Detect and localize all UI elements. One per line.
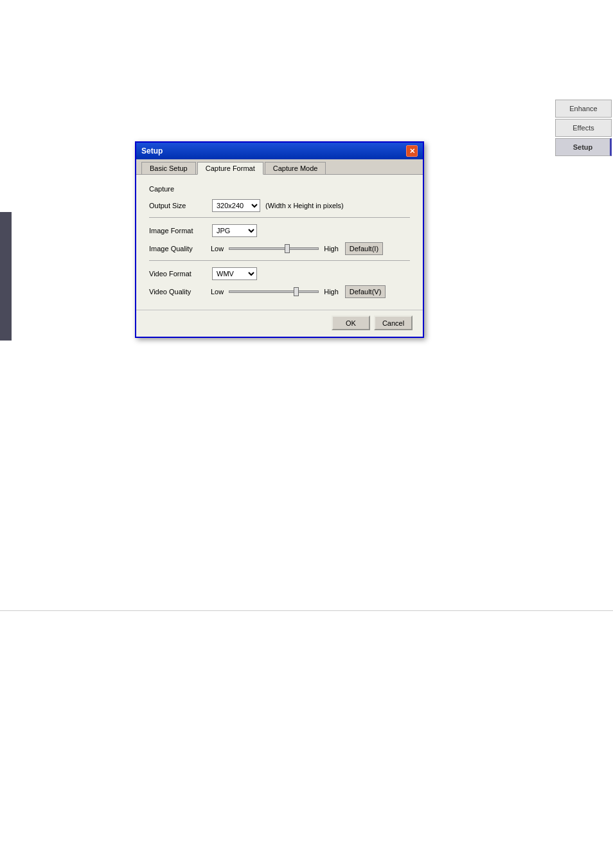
tab-capture-format-label: Capture Format (206, 164, 255, 172)
tab-capture-mode[interactable]: Capture Mode (265, 162, 326, 174)
left-sidebar-indicator (0, 212, 12, 341)
side-tabs: Enhance Effects Setup (555, 100, 613, 156)
video-format-select[interactable]: WMV AVI MP4 (212, 267, 257, 280)
video-quality-label: Video Quality (149, 288, 207, 296)
side-tab-setup-label: Setup (573, 143, 593, 151)
dialog-content: Capture Output Size 320x240 640x480 800x… (136, 175, 423, 310)
video-format-label: Video Format (149, 270, 207, 278)
image-quality-low: Low (211, 245, 224, 252)
tab-basic-setup-label: Basic Setup (150, 164, 188, 172)
image-quality-high: High (324, 245, 339, 252)
output-size-row: Output Size 320x240 640x480 800x600 1024… (149, 199, 410, 212)
image-quality-track[interactable] (229, 247, 319, 250)
output-size-label: Output Size (149, 202, 207, 209)
dialog-titlebar: Setup ✕ (136, 143, 423, 159)
side-tab-enhance[interactable]: Enhance (555, 100, 612, 118)
divider-1 (149, 217, 410, 218)
output-size-select[interactable]: 320x240 640x480 800x600 1024x768 (212, 199, 260, 212)
output-size-hint: (Width x Height in pixels) (265, 202, 344, 209)
video-quality-default-btn[interactable]: Default(V) (345, 285, 386, 298)
image-format-select[interactable]: JPG BMP PNG (212, 224, 257, 237)
side-tab-enhance-label: Enhance (569, 105, 597, 112)
image-quality-label: Image Quality (149, 245, 207, 252)
image-format-row: Image Format JPG BMP PNG (149, 224, 410, 237)
video-format-row: Video Format WMV AVI MP4 (149, 267, 410, 280)
side-tab-effects-label: Effects (573, 124, 594, 132)
tab-capture-mode-label: Capture Mode (273, 164, 318, 172)
image-quality-row: Image Quality Low High Default(I) (149, 242, 410, 255)
video-quality-high: High (324, 288, 339, 296)
divider-2 (149, 260, 410, 261)
tab-capture-format[interactable]: Capture Format (197, 162, 263, 175)
ok-button[interactable]: OK (332, 315, 370, 330)
dialog-title: Setup (141, 146, 163, 155)
dialog-footer: OK Cancel (136, 310, 423, 337)
video-quality-track[interactable] (229, 290, 319, 293)
section-title: Capture (149, 185, 410, 193)
video-quality-row: Video Quality Low High Default(V) (149, 285, 410, 298)
image-format-label: Image Format (149, 227, 207, 235)
dialog-tabs: Basic Setup Capture Format Capture Mode (136, 159, 423, 175)
cancel-button[interactable]: Cancel (374, 315, 413, 330)
tab-basic-setup[interactable]: Basic Setup (141, 162, 196, 174)
image-quality-default-btn[interactable]: Default(I) (345, 242, 383, 255)
image-quality-thumb[interactable] (285, 244, 290, 253)
dialog-close-button[interactable]: ✕ (406, 145, 418, 157)
bottom-divider (0, 610, 613, 611)
setup-dialog: Setup ✕ Basic Setup Capture Format Captu… (135, 141, 424, 338)
video-quality-thumb[interactable] (294, 287, 299, 296)
side-tab-setup[interactable]: Setup (555, 138, 612, 156)
video-quality-low: Low (211, 288, 224, 296)
side-tab-effects[interactable]: Effects (555, 119, 612, 137)
